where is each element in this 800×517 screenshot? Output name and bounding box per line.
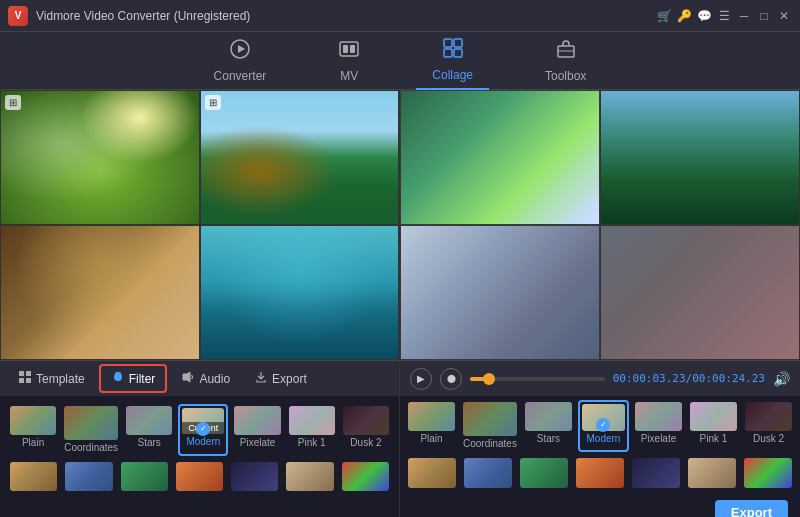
right-filter-dusk2[interactable]: Dusk 2 xyxy=(743,400,794,452)
filter-pink1[interactable]: Pink 1 xyxy=(287,404,337,456)
right-filter-plain-thumb xyxy=(408,402,455,431)
volume-icon[interactable]: 🔊 xyxy=(773,371,790,387)
filter-r2f3[interactable] xyxy=(119,460,170,496)
total-time: 00:00:24.23 xyxy=(692,372,765,385)
filter-r2f4-thumb xyxy=(176,462,223,492)
maximize-icon[interactable]: □ xyxy=(756,8,772,24)
filter-r2f1[interactable] xyxy=(8,460,59,496)
key-icon[interactable]: 🔑 xyxy=(676,8,692,24)
video-cell-2: ⊞ xyxy=(200,90,400,225)
preview-cell-2 xyxy=(600,90,800,225)
svg-rect-7 xyxy=(444,49,452,57)
mv-icon xyxy=(338,38,360,65)
cart-icon[interactable]: 🛒 xyxy=(656,8,672,24)
right-r2f1[interactable] xyxy=(406,456,458,492)
filter-r2f4[interactable] xyxy=(174,460,225,496)
video-grid: ⊞ ⊞ xyxy=(0,90,399,360)
preview-area xyxy=(400,90,800,360)
cell-icon-1: ⊞ xyxy=(5,95,21,110)
filter-section: Plain Coordinates Stars Current ✓ Modern xyxy=(0,396,399,517)
filter-pixelate[interactable]: Pixelate xyxy=(232,404,282,456)
chat-icon[interactable]: 💬 xyxy=(696,8,712,24)
right-r2f2[interactable] xyxy=(462,456,514,492)
tab-collage[interactable]: Collage xyxy=(416,31,489,90)
filter-icon xyxy=(111,370,125,387)
right-filter-modern[interactable]: ✓ Modern xyxy=(578,400,629,452)
right-r2f7-thumb xyxy=(744,458,792,488)
nav-tabs: Converter MV Collage xyxy=(0,32,800,90)
filter-stars[interactable]: Stars xyxy=(124,404,174,456)
collage-icon xyxy=(442,37,464,64)
right-r2f7[interactable] xyxy=(742,456,794,492)
right-filter-dusk2-label: Dusk 2 xyxy=(753,433,784,445)
minimize-icon[interactable]: ─ xyxy=(736,8,752,24)
tab-collage-label: Collage xyxy=(432,68,473,82)
time-display: 00:00:03.23/00:00:24.23 xyxy=(613,372,765,385)
right-filter-area: Plain Coordinates Stars ✓ Modern P xyxy=(400,396,800,517)
tab-converter-label: Converter xyxy=(214,69,267,83)
video-cell-3 xyxy=(0,225,200,360)
filter-coordinates[interactable]: Coordinates xyxy=(62,404,120,456)
right-r2f6[interactable] xyxy=(686,456,738,492)
filter-plain-label: Plain xyxy=(22,437,44,449)
filter-r2f6[interactable] xyxy=(284,460,335,496)
svg-rect-13 xyxy=(19,378,24,383)
right-r2f4[interactable] xyxy=(574,456,626,492)
audio-button[interactable]: Audio xyxy=(171,366,240,391)
playback-bar: ▶ ⬤ 00:00:03.23/00:00:24.23 🔊 xyxy=(400,360,800,396)
right-filter-plain[interactable]: Plain xyxy=(406,400,457,452)
filter-r2f2[interactable] xyxy=(63,460,114,496)
right-r2f5-thumb xyxy=(632,458,680,488)
svg-marker-1 xyxy=(238,45,245,53)
close-icon[interactable]: ✕ xyxy=(776,8,792,24)
right-filter-coords[interactable]: Coordinates xyxy=(461,400,519,452)
right-filter-plain-label: Plain xyxy=(420,433,442,445)
right-filter-pixelate-label: Pixelate xyxy=(641,433,677,445)
svg-rect-11 xyxy=(19,371,24,376)
right-filter-pink1[interactable]: Pink 1 xyxy=(688,400,739,452)
right-r2f5[interactable] xyxy=(630,456,682,492)
app-title: Vidmore Video Converter (Unregistered) xyxy=(36,9,656,23)
filter-modern[interactable]: Current ✓ Modern xyxy=(178,404,228,456)
right-r2f3[interactable] xyxy=(518,456,570,492)
tab-converter[interactable]: Converter xyxy=(198,32,283,89)
right-r2f6-thumb xyxy=(688,458,736,488)
filter-dusk2-thumb xyxy=(343,406,389,435)
filter-r2f5[interactable] xyxy=(229,460,280,496)
tab-mv[interactable]: MV xyxy=(322,32,376,89)
right-filter-grid-row2 xyxy=(406,456,794,492)
template-button[interactable]: Template xyxy=(8,366,95,391)
svg-rect-6 xyxy=(454,39,462,47)
right-filter-grid-row1: Plain Coordinates Stars ✓ Modern P xyxy=(406,400,794,452)
right-filter-coords-thumb xyxy=(463,402,517,436)
svg-rect-12 xyxy=(26,371,31,376)
converter-icon xyxy=(229,38,251,65)
filter-modern-check: ✓ xyxy=(196,422,210,436)
menu-icon[interactable]: ☰ xyxy=(716,8,732,24)
filter-r2f1-thumb xyxy=(10,462,57,492)
right-filter-dusk2-thumb xyxy=(745,402,792,431)
preview-cell-1 xyxy=(400,90,600,225)
filter-dusk2[interactable]: Dusk 2 xyxy=(341,404,391,456)
cell-icon-2: ⊞ xyxy=(205,95,221,110)
svg-rect-2 xyxy=(340,42,358,56)
filter-plain[interactable]: Plain xyxy=(8,404,58,456)
stop-button[interactable]: ⬤ xyxy=(440,368,462,390)
toolbox-icon xyxy=(555,38,577,65)
window-controls: 🛒 🔑 💬 ☰ ─ □ ✕ xyxy=(656,8,792,24)
filter-r2f7-thumb xyxy=(342,462,389,492)
filter-stars-label: Stars xyxy=(138,437,161,449)
filter-r2f7[interactable] xyxy=(340,460,391,496)
tab-mv-label: MV xyxy=(340,69,358,83)
bottom-toolbar: Template Filter Audio xyxy=(0,360,399,396)
export-button[interactable]: Export xyxy=(715,500,788,517)
right-filter-stars[interactable]: Stars xyxy=(523,400,574,452)
right-panel: ▶ ⬤ 00:00:03.23/00:00:24.23 🔊 Plain xyxy=(400,90,800,517)
filter-plain-thumb xyxy=(10,406,56,435)
play-button[interactable]: ▶ xyxy=(410,368,432,390)
tab-toolbox[interactable]: Toolbox xyxy=(529,32,602,89)
progress-bar[interactable] xyxy=(470,377,605,381)
filter-button[interactable]: Filter xyxy=(99,364,168,393)
export-toolbar-button[interactable]: Export xyxy=(244,366,317,391)
right-filter-pixelate[interactable]: Pixelate xyxy=(633,400,684,452)
